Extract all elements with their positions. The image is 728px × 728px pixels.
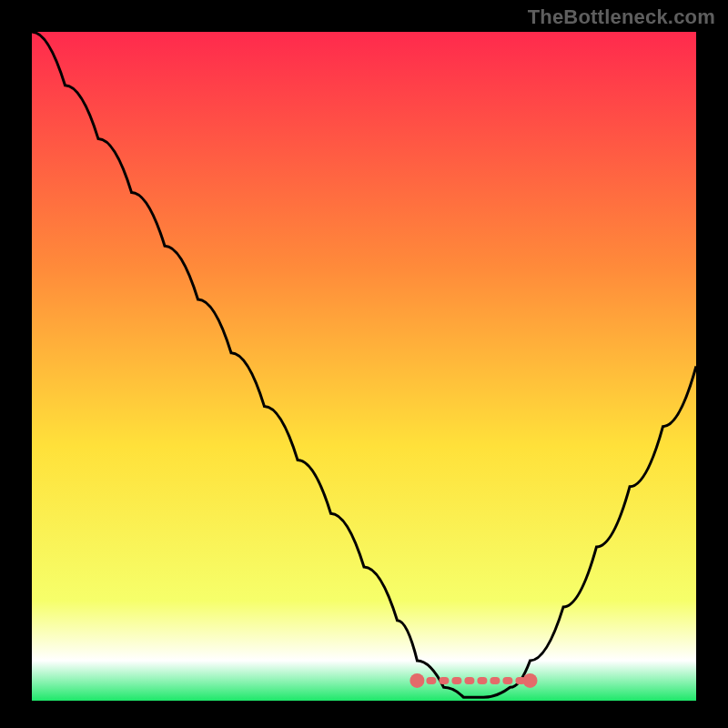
svg-point-2 (523, 673, 538, 688)
gradient-background (32, 32, 696, 701)
watermark-text: TheBottleneck.com (528, 5, 715, 29)
svg-point-1 (410, 673, 424, 688)
bottleneck-curve-chart (0, 0, 728, 728)
chart-container: { "watermark": "TheBottleneck.com", "col… (0, 0, 728, 728)
